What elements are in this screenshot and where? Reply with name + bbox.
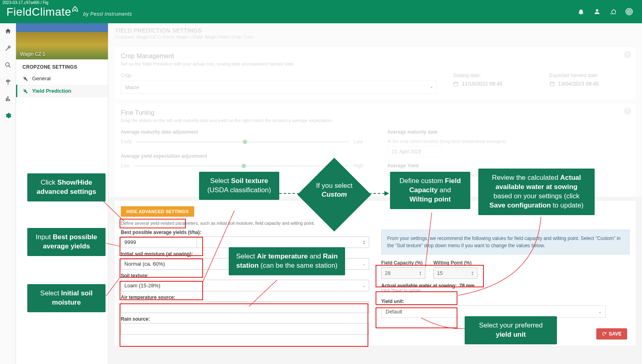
sidebar-item-general[interactable]: General	[16, 72, 108, 85]
soil-texture-value: Loam (15-28%)	[124, 283, 160, 289]
broadcast-icon[interactable]	[623, 5, 636, 18]
card-heading: Fine Tuning	[121, 109, 630, 116]
home-icon[interactable]	[3, 26, 13, 36]
chart-icon[interactable]	[3, 94, 13, 104]
field-capacity-value: 28	[385, 270, 390, 276]
advanced-settings-card: HIDE ADVANCED SETTINGS Define several yi…	[114, 200, 636, 346]
crop-management-card: ? Crop Management Set up the Yield Predi…	[114, 47, 636, 100]
crop-label: Crop:	[121, 73, 437, 78]
card-sub: Drag the sliders on the left until matur…	[121, 118, 630, 123]
sowing-label: Sowing date:	[453, 73, 533, 78]
page-title: YIELD PREDICTION SETTINGS	[108, 23, 642, 35]
version-tag: 2023-03-17.c97a466 / Fig	[0, 0, 51, 5]
wrench-icon	[22, 76, 28, 81]
card-heading: Crop Management	[121, 53, 630, 60]
best-yields-input[interactable]	[121, 236, 197, 248]
actual-water-sub: Click "Save" to update	[381, 289, 630, 293]
yield-unit-label: Yield unit:	[381, 299, 630, 304]
slider-high: High	[353, 163, 363, 169]
maturity-readout: 22. April 2023	[387, 146, 443, 157]
signpost-icon[interactable]	[3, 77, 13, 87]
brand-byline: by Pessl Instruments	[83, 11, 132, 17]
svg-rect-4	[454, 82, 458, 85]
info-banner: From your settings, we recommend the fol…	[381, 230, 630, 254]
maturity-readout-sub: At the crop zone's location (long-term t…	[387, 139, 630, 144]
best-yields-unit-select[interactable]: ▲▼	[197, 236, 369, 248]
cropzone-image: Wagin CZ 1	[16, 23, 108, 59]
card-sub: Set up the Yield Prediction with your ac…	[121, 61, 630, 66]
wilting-point-value: 15	[437, 270, 443, 276]
save-button[interactable]: SAVE	[596, 328, 627, 340]
slider-low: Low	[121, 163, 130, 169]
yield-unit-value: Default	[386, 309, 402, 315]
ism-value: Normal (ca. 60%)	[124, 261, 165, 267]
rain-source-input[interactable]	[121, 323, 369, 335]
tools-icon[interactable]	[3, 43, 13, 53]
field-capacity-input[interactable]: 28▲▼	[381, 267, 425, 279]
callout-best-yields: Input Best possible average yields	[27, 228, 106, 256]
svg-point-0	[628, 11, 630, 13]
brand-name: FieldClimate	[6, 6, 71, 18]
best-yields-label: Best possible average yields (t/ha):	[121, 230, 369, 235]
rain-source-label: Rain source:	[121, 316, 369, 322]
hide-advanced-button[interactable]: HIDE ADVANCED SETTINGS	[121, 206, 194, 217]
save-label: SAVE	[609, 331, 622, 337]
wilting-point-label: Wilting Point (%)	[433, 260, 477, 266]
help-icon[interactable]: ?	[624, 51, 631, 58]
callout-custom-text: If you select Custom	[310, 181, 358, 199]
crop-value: Maize	[125, 84, 139, 90]
sidebar-item-label: General	[32, 75, 51, 81]
callout-actual-water: Review the calculated Actual available w…	[478, 169, 595, 215]
actual-water-label: Actual available water at sowing:	[381, 283, 457, 289]
chevron-down-icon: ▾	[431, 85, 433, 89]
callout-air-rain: Select Air temperature and Rain station …	[229, 247, 345, 275]
spinner-icon: ▲▼	[363, 240, 366, 245]
search-icon[interactable]	[3, 60, 13, 70]
field-capacity-label: Field Capacity (%)	[381, 260, 425, 266]
settings-icon[interactable]	[3, 111, 13, 120]
yield-adj-label: Average yield expectation adjustment	[121, 153, 363, 159]
maturity-slider[interactable]	[136, 141, 349, 142]
slider-late: Late	[354, 139, 363, 144]
yield-slider[interactable]	[134, 165, 348, 167]
sidebar-item-yield-prediction[interactable]: Yield Prediction	[16, 85, 108, 97]
app-header: FieldClimate by Pessl Instruments	[0, 0, 642, 23]
user-icon[interactable]	[591, 5, 603, 18]
crop-select[interactable]: Maize ▾	[121, 81, 437, 94]
harvest-label: Expected harvest date:	[549, 73, 630, 78]
air-temp-input[interactable]	[121, 301, 369, 313]
callout-ism: Select Initial soil moisture	[27, 284, 106, 312]
svg-point-3	[6, 63, 9, 66]
notifications-icon[interactable]	[575, 5, 587, 18]
wrench-icon	[22, 88, 28, 94]
wilting-point-input[interactable]: 15▲▼	[433, 267, 477, 279]
farm-icon[interactable]	[607, 5, 620, 18]
chevron-down-icon: ⌄	[598, 309, 601, 314]
spinner-icon: ▲▼	[419, 271, 422, 276]
avg-yield-label: Average Yield	[387, 163, 630, 169]
help-icon[interactable]: ?	[624, 108, 631, 115]
slider-early: Early	[121, 139, 132, 144]
soil-texture-select[interactable]: Loam (15-28%) ⌄	[121, 280, 369, 291]
harvest-date[interactable]: 13/04/2023 09:45	[549, 81, 630, 87]
left-rail	[0, 23, 16, 364]
harvest-value: 13/04/2023 09:45	[558, 81, 599, 87]
calendar-icon	[549, 81, 555, 87]
maturity-readout-label: Average maturity date	[387, 129, 630, 135]
sowing-date[interactable]: 11/10/2022 09:45	[453, 81, 533, 87]
actual-water-row: Actual available water at sowing: 78 mm	[381, 283, 630, 289]
sidebar-item-label: Yield Prediction	[32, 88, 71, 94]
advanced-desc: Define several yield-related parameters,…	[121, 221, 630, 226]
air-temp-label: Air temperature source:	[121, 295, 369, 300]
brand-logo: FieldClimate by Pessl Instruments	[6, 5, 132, 18]
chevron-down-icon: ⌄	[362, 262, 366, 266]
callout-yield-unit: Select your preferred yield unit	[465, 316, 557, 344]
cropzone-image-label: Wagin CZ 1	[20, 51, 45, 57]
sowing-value: 11/10/2022 09:45	[462, 81, 502, 87]
maturity-adj-label: Average maturity date adjustment	[121, 129, 363, 135]
refresh-icon	[602, 331, 607, 336]
callout-fc-wp: Define custom Field Capacity and Wilting…	[390, 172, 470, 209]
callout-show-hide: Click Show/Hide advanced settings	[27, 173, 106, 201]
spinner-icon: ▲▼	[471, 271, 474, 276]
chevron-down-icon: ⌄	[362, 283, 366, 288]
